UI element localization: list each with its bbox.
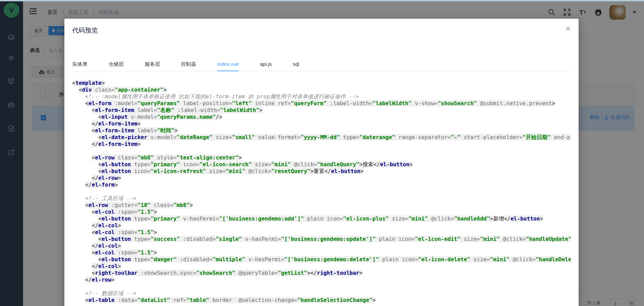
tab-实体类[interactable]: 实体类 (72, 58, 87, 71)
code-line: <!-- 数据区域 --> (72, 290, 571, 297)
code-token: 重置 (314, 168, 325, 174)
code-token (72, 175, 92, 181)
code-token: el-input (102, 114, 128, 120)
tab-api.js[interactable]: api.js (260, 58, 272, 71)
code-token: type= (131, 215, 150, 222)
code-line: </el-row> (72, 276, 571, 283)
code-token: < (92, 229, 95, 235)
code-token: el-col (98, 263, 118, 269)
tab-仓储层[interactable]: 仓储层 (108, 58, 124, 71)
code-token: :gutter= (108, 202, 138, 208)
code-token: "danger" (150, 256, 176, 263)
code-token: el-button (380, 161, 410, 168)
code-token: :span= (115, 209, 137, 215)
code-token: < (98, 236, 102, 242)
code-token: "labelWidth" (372, 100, 412, 107)
code-token: @submit.native.prevent (477, 100, 552, 107)
code-token (72, 134, 98, 140)
code-token: "开始日期" (522, 134, 550, 140)
code-token: plain icon= (376, 236, 415, 242)
code-token: "showSearch" (438, 100, 477, 107)
code-token: plain icon= (304, 215, 343, 222)
code-line (72, 188, 571, 195)
code-line: </el-col> (72, 243, 571, 249)
code-line: <!-- :model属性用于表单验证使用 比如下面的el-form-item … (72, 93, 571, 100)
code-token: size= (460, 236, 480, 242)
code-token: "el-icon-delete" (418, 256, 470, 263)
code-line: <el-row :gutter="10" class="mb8"> (72, 202, 571, 209)
code-token (72, 290, 85, 297)
code-token: size= (206, 168, 226, 174)
code-preview-dialog: 代码预览 × 实体类仓储层服务层控制器index.vueapi.jssql <t… (64, 19, 579, 306)
code-token (72, 297, 85, 303)
code-token: < (98, 168, 102, 174)
code-token: "getList" (278, 270, 307, 276)
code-token: el-button (102, 161, 131, 168)
code-token: el-form-item (98, 141, 138, 147)
code-token: :disabled= (176, 256, 212, 263)
code-token: type= (131, 236, 150, 242)
code-token: :span= (115, 249, 137, 256)
code-token: range-separator= (395, 134, 451, 140)
code-line (72, 283, 571, 290)
code-token: plain icon= (379, 256, 418, 263)
code-token: "multiple" (212, 256, 245, 263)
code-token: > (310, 168, 314, 174)
code-token: right-toolbar (95, 270, 137, 276)
tab-控制器[interactable]: 控制器 (181, 58, 196, 71)
code-token: size= (212, 134, 232, 140)
code-token: "labelWidth" (220, 107, 259, 113)
code-token: "mini" (490, 256, 510, 263)
code-token: :span= (115, 229, 137, 235)
code-token (72, 270, 92, 276)
code-token: type= (340, 134, 359, 140)
code-token: < (92, 127, 95, 134)
code-token: < (72, 80, 76, 86)
code-token: </ (373, 161, 380, 168)
code-token: "mini" (226, 168, 245, 174)
code-token: type= (131, 161, 150, 168)
code-token: el-button (331, 168, 360, 174)
code-line: <el-table :data="dataList" ref="table" b… (72, 297, 571, 304)
code-token: :label-width= (327, 100, 372, 107)
code-token: right-toolbar (317, 270, 359, 276)
code-token: border @selection-change= (209, 297, 297, 303)
code-line: <el-date-picker v-model="dateRange" size… (72, 134, 571, 141)
code-token (72, 93, 85, 100)
code-token: < (98, 256, 102, 263)
close-icon[interactable]: × (565, 25, 571, 32)
code-token: > (118, 263, 121, 269)
code-token: > (372, 297, 376, 303)
code-token: "mb8" (138, 154, 154, 161)
code-token (72, 222, 92, 229)
code-token: el-form (88, 100, 111, 107)
code-token: > (164, 87, 167, 93)
code-token: < (85, 202, 89, 208)
code-token: label-position= (180, 100, 232, 107)
code-token (72, 209, 92, 215)
code-token: label= (134, 107, 157, 113)
code-token: < (92, 270, 95, 276)
tab-index.vue[interactable]: index.vue (217, 58, 239, 71)
code-token (72, 127, 92, 134)
code-token: > (118, 222, 121, 229)
code-token: </ (92, 141, 98, 147)
code-token: > (154, 249, 157, 256)
code-token: < (92, 107, 95, 113)
code-tabs: 实体类仓储层服务层控制器index.vueapi.jssql (72, 58, 571, 71)
code-token: 新增 (493, 215, 504, 222)
tab-sql[interactable]: sql (293, 58, 299, 71)
code-token: el-button (102, 236, 131, 242)
code-token: el-row (88, 202, 108, 208)
code-token (72, 181, 85, 188)
code-line: <el-button type="primary" v-hasPermi="['… (72, 215, 571, 222)
code-token: @click= (245, 168, 271, 174)
code-line: </el-row> (72, 175, 571, 181)
tab-服务层[interactable]: 服务层 (145, 58, 160, 71)
code-token: "['business:gendemo:update']" (281, 236, 376, 242)
code-token: el-button (102, 256, 131, 263)
code-token: el-button (102, 168, 131, 174)
code-token: icon= (131, 168, 150, 174)
code-token: @click= (428, 215, 454, 222)
code-token: "mb8" (173, 202, 190, 208)
